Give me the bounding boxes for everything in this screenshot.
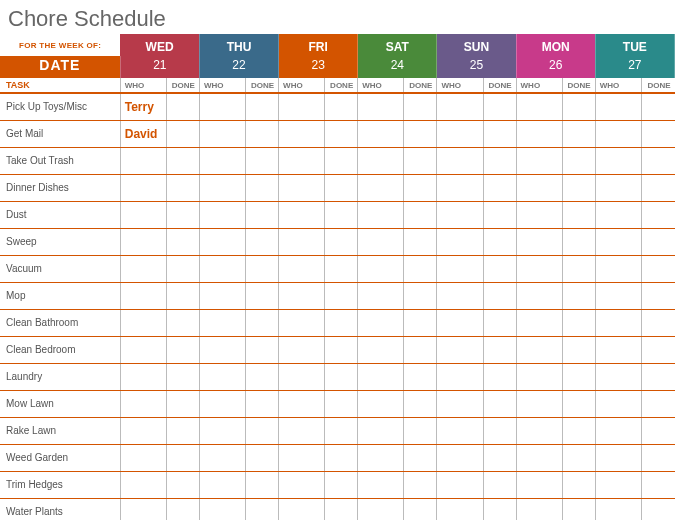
done-cell[interactable] <box>641 498 674 520</box>
who-cell[interactable] <box>516 93 562 120</box>
who-cell[interactable] <box>516 147 562 174</box>
done-cell[interactable] <box>246 201 279 228</box>
who-cell[interactable] <box>358 93 404 120</box>
done-cell[interactable] <box>246 336 279 363</box>
who-cell[interactable] <box>279 417 325 444</box>
done-cell[interactable] <box>166 417 199 444</box>
who-cell[interactable] <box>199 444 245 471</box>
done-cell[interactable] <box>246 174 279 201</box>
done-cell[interactable] <box>404 336 437 363</box>
who-cell[interactable] <box>437 363 483 390</box>
who-cell[interactable] <box>437 120 483 147</box>
done-cell[interactable] <box>641 390 674 417</box>
who-cell[interactable] <box>199 120 245 147</box>
done-cell[interactable] <box>325 498 358 520</box>
done-cell[interactable] <box>325 93 358 120</box>
done-cell[interactable] <box>641 255 674 282</box>
done-cell[interactable] <box>483 471 516 498</box>
done-cell[interactable] <box>166 282 199 309</box>
who-cell[interactable] <box>595 201 641 228</box>
done-cell[interactable] <box>166 363 199 390</box>
who-cell[interactable] <box>516 201 562 228</box>
who-cell[interactable] <box>279 228 325 255</box>
done-cell[interactable] <box>325 417 358 444</box>
who-cell[interactable] <box>437 390 483 417</box>
who-cell[interactable] <box>199 417 245 444</box>
who-cell[interactable] <box>358 255 404 282</box>
done-cell[interactable] <box>641 120 674 147</box>
done-cell[interactable] <box>641 228 674 255</box>
who-cell[interactable] <box>595 390 641 417</box>
done-cell[interactable] <box>325 390 358 417</box>
done-cell[interactable] <box>246 444 279 471</box>
who-cell[interactable] <box>595 120 641 147</box>
who-cell[interactable] <box>199 201 245 228</box>
who-cell[interactable] <box>279 498 325 520</box>
done-cell[interactable] <box>246 93 279 120</box>
who-cell[interactable] <box>120 255 166 282</box>
who-cell[interactable] <box>437 417 483 444</box>
done-cell[interactable] <box>483 174 516 201</box>
done-cell[interactable] <box>325 336 358 363</box>
done-cell[interactable] <box>404 228 437 255</box>
done-cell[interactable] <box>562 363 595 390</box>
who-cell[interactable] <box>279 282 325 309</box>
who-cell[interactable] <box>199 309 245 336</box>
who-cell[interactable] <box>516 336 562 363</box>
done-cell[interactable] <box>166 147 199 174</box>
who-cell[interactable] <box>358 228 404 255</box>
who-cell[interactable] <box>516 174 562 201</box>
who-cell[interactable] <box>120 228 166 255</box>
done-cell[interactable] <box>246 417 279 444</box>
who-cell[interactable] <box>279 390 325 417</box>
done-cell[interactable] <box>562 174 595 201</box>
who-cell[interactable] <box>279 174 325 201</box>
who-cell[interactable] <box>516 390 562 417</box>
who-cell[interactable] <box>595 93 641 120</box>
done-cell[interactable] <box>562 336 595 363</box>
done-cell[interactable] <box>483 498 516 520</box>
done-cell[interactable] <box>641 282 674 309</box>
done-cell[interactable] <box>166 498 199 520</box>
done-cell[interactable] <box>325 228 358 255</box>
who-cell[interactable] <box>516 255 562 282</box>
who-cell[interactable]: David <box>120 120 166 147</box>
done-cell[interactable] <box>166 228 199 255</box>
done-cell[interactable] <box>483 363 516 390</box>
done-cell[interactable] <box>404 147 437 174</box>
done-cell[interactable] <box>562 201 595 228</box>
who-cell[interactable] <box>595 444 641 471</box>
done-cell[interactable] <box>483 201 516 228</box>
done-cell[interactable] <box>562 471 595 498</box>
who-cell[interactable] <box>437 336 483 363</box>
done-cell[interactable] <box>562 309 595 336</box>
who-cell[interactable] <box>120 282 166 309</box>
done-cell[interactable] <box>641 444 674 471</box>
who-cell[interactable] <box>437 309 483 336</box>
who-cell[interactable] <box>358 471 404 498</box>
done-cell[interactable] <box>166 471 199 498</box>
done-cell[interactable] <box>641 336 674 363</box>
done-cell[interactable] <box>246 120 279 147</box>
done-cell[interactable] <box>641 309 674 336</box>
done-cell[interactable] <box>404 174 437 201</box>
who-cell[interactable] <box>595 498 641 520</box>
who-cell[interactable] <box>120 336 166 363</box>
who-cell[interactable] <box>199 498 245 520</box>
who-cell[interactable] <box>279 444 325 471</box>
who-cell[interactable] <box>120 444 166 471</box>
who-cell[interactable] <box>516 471 562 498</box>
who-cell[interactable] <box>595 309 641 336</box>
who-cell[interactable] <box>120 471 166 498</box>
done-cell[interactable] <box>562 390 595 417</box>
done-cell[interactable] <box>562 282 595 309</box>
done-cell[interactable] <box>166 201 199 228</box>
done-cell[interactable] <box>404 120 437 147</box>
who-cell[interactable] <box>199 336 245 363</box>
who-cell[interactable] <box>199 363 245 390</box>
done-cell[interactable] <box>562 93 595 120</box>
who-cell[interactable] <box>437 444 483 471</box>
done-cell[interactable] <box>325 174 358 201</box>
who-cell[interactable] <box>516 309 562 336</box>
who-cell[interactable] <box>279 120 325 147</box>
